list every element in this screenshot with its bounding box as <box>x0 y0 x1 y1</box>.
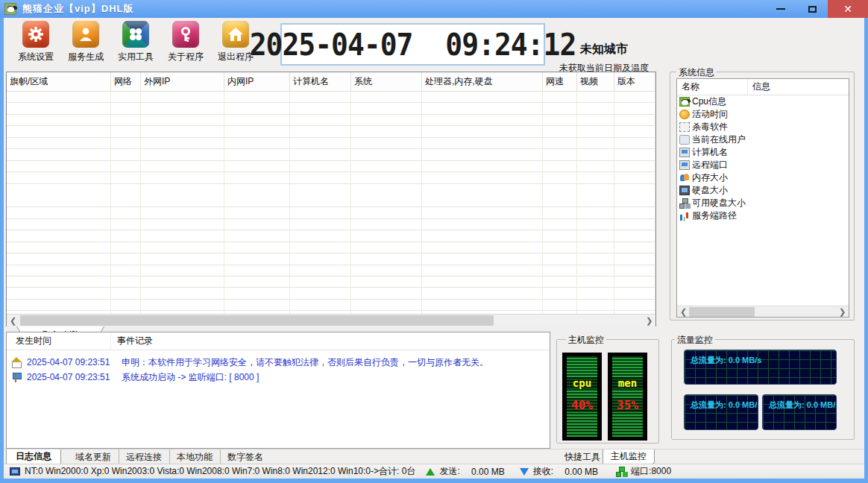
table-horizontal-scrollbar[interactable]: ❮ ❯ <box>7 314 655 326</box>
settings-button[interactable]: 系统设置 <box>13 21 59 67</box>
upload-arrow-icon <box>426 468 435 476</box>
mem-meter-value: 35% <box>609 398 646 412</box>
computer-icon <box>10 467 20 476</box>
scrollbar-thumb[interactable] <box>689 307 755 317</box>
col-wan-ip[interactable]: 外网IP <box>141 72 224 91</box>
window-title: 熊猫企业【vip】DHL版 <box>22 2 134 16</box>
tab-domain-update[interactable]: 域名更新 <box>68 449 119 464</box>
list-item-free-disk[interactable]: 可用硬盘大小 <box>677 197 849 209</box>
log-panel: 发生时间 事件记录 2025-04-07 09:23:51 申明：本软件用于学习… <box>6 332 550 449</box>
monitor-icon <box>679 186 690 195</box>
scrollbar-thumb[interactable] <box>20 315 494 326</box>
tab-quick-tools[interactable]: 快捷工具 <box>559 449 606 464</box>
utilities-button[interactable]: 实用工具 <box>113 21 159 67</box>
close-button[interactable]: ✕ <box>828 0 868 18</box>
col-cpu-mem-disk[interactable]: 处理器,内存,硬盘 <box>422 72 543 91</box>
computer-icon <box>679 160 690 170</box>
list-item-remote-port[interactable]: 远程端口 <box>677 159 849 171</box>
scroll-right-icon[interactable]: ❯ <box>643 315 655 326</box>
sent-value: 0.00 MB <box>460 467 505 477</box>
city-block: 未知城市 未获取当前日期及温度 <box>518 42 690 75</box>
status-bar: NT:0 Win2000:0 Xp:0 Win2003:0 Vista:0 Wi… <box>4 464 864 479</box>
sysinfo-horizontal-scrollbar[interactable]: ❮ ❯ <box>677 306 849 317</box>
smiley-icon <box>679 110 690 119</box>
port-network-icon <box>616 467 626 476</box>
log-entry[interactable]: 2025-04-07 09:23:51 申明：本软件用于学习网络安全，请不要触犯… <box>7 355 550 370</box>
tab-digital-signature[interactable]: 数字签名 <box>220 449 271 464</box>
mem-meter-bars: men 35% <box>612 356 643 437</box>
list-item-antivirus[interactable]: 杀毒软件 <box>677 121 849 133</box>
key-icon <box>172 21 199 48</box>
box-icon <box>679 135 690 145</box>
minimize-button[interactable] <box>765 0 796 18</box>
user-icon <box>72 21 99 48</box>
col-time[interactable]: 发生时间 <box>7 332 111 350</box>
tab-remote-connect[interactable]: 远程连接 <box>119 449 170 464</box>
mem-meter-label: men <box>612 377 643 389</box>
col-lan-ip[interactable]: 内网IP <box>224 72 290 91</box>
host-monitor-title: 主机监控 <box>566 334 606 347</box>
users-icon <box>679 173 690 183</box>
traffic-panel-total: 总流量为: 0.0 MB/s <box>684 350 837 385</box>
mem-meter: men 35% <box>608 353 647 441</box>
table-grid <box>7 92 655 314</box>
list-item-computer-name[interactable]: 计算机名 <box>677 146 849 159</box>
col-os[interactable]: 系统 <box>351 72 422 91</box>
col-video[interactable]: 视频 <box>577 72 614 91</box>
os-counts: NT:0 Win2000:0 Xp:0 Win2003:0 Vista:0 Wi… <box>25 465 415 478</box>
computer-icon <box>679 148 690 157</box>
traffic-panel-download: 总流量为: 0.0 MB/s <box>762 394 837 430</box>
sent-label: 发送: <box>439 465 459 478</box>
utilities-label: 实用工具 <box>113 51 159 63</box>
system-info-title: 系统信息 <box>676 66 717 79</box>
system-info-groupbox: 系统信息 名称 信息 Cpu信息 活动时间 杀毒软件 <box>670 72 855 321</box>
log-header: 发生时间 事件记录 <box>7 332 550 350</box>
list-item-memory[interactable]: 内存大小 <box>677 171 849 184</box>
col-computer-name[interactable]: 计算机名 <box>290 72 351 91</box>
cpu-meter-label: cpu <box>567 377 597 389</box>
service-generate-button[interactable]: 服务生成 <box>63 21 109 67</box>
traffic-monitor-groupbox: 流量监控 总流量为: 0.0 MB/s 总流量为: 0.0 MB/s 总流量为:… <box>671 339 855 440</box>
scroll-left-icon[interactable]: ❮ <box>677 306 690 317</box>
col-netspeed[interactable]: 网速 <box>543 72 577 91</box>
col-info[interactable]: 信息 <box>748 80 770 93</box>
list-item-server-path[interactable]: 服务端路径 <box>677 209 849 222</box>
system-info-header: 名称 信息 <box>677 79 849 95</box>
tab-host-monitor[interactable]: 主机监控 <box>603 449 655 464</box>
log-message: 申明：本软件用于学习网络安全，请不要触犯法律，否则后果自行负责，一切与原作者无关… <box>115 356 488 369</box>
col-flag-region[interactable]: 旗帜/区域 <box>7 72 111 91</box>
about-label: 关于程序 <box>163 51 209 63</box>
scroll-right-icon[interactable]: ❯ <box>836 306 849 317</box>
host-monitor-groupbox: 主机监控 cpu 40% men 35% <box>556 339 659 443</box>
title-bar: 熊猫企业【vip】DHL版 ✕ <box>0 0 868 18</box>
home-icon <box>11 357 22 367</box>
list-item-online-user[interactable]: 当前在线用户 <box>677 133 849 146</box>
list-item-uptime[interactable]: 活动时间 <box>677 108 849 121</box>
flag-icon <box>11 372 22 382</box>
col-network[interactable]: 网络 <box>111 72 141 91</box>
gear-icon <box>22 21 49 48</box>
about-button[interactable]: 关于程序 <box>163 21 209 67</box>
col-event[interactable]: 事件记录 <box>111 335 153 347</box>
port-value: 端口:8000 <box>631 465 671 478</box>
tab-log-info[interactable]: 日志信息 <box>6 449 61 464</box>
dashed-box-icon <box>679 122 690 132</box>
log-entry[interactable]: 2025-04-07 09:23:51 系统成功启动 -> 监听端口: [ 80… <box>7 370 550 385</box>
settings-label: 系统设置 <box>13 51 59 63</box>
col-name[interactable]: 名称 <box>677 79 748 95</box>
content-area: 系统设置 服务生成 实用工具 关于程序 退出程序 <box>4 18 864 479</box>
cpu-meter-value: 40% <box>564 398 600 412</box>
client-table-body[interactable] <box>7 92 655 314</box>
service-generate-label: 服务生成 <box>63 51 109 63</box>
list-item-cpu[interactable]: Cpu信息 <box>677 95 849 108</box>
app-window: 熊猫企业【vip】DHL版 ✕ 系统设置 服务生成 实用工具 <box>0 0 868 483</box>
traffic-monitor-title: 流量监控 <box>675 334 715 347</box>
traffic-panel-upload: 总流量为: 0.0 MB/s <box>684 394 758 430</box>
maximize-button[interactable] <box>796 0 828 18</box>
cpu-meter-bars: cpu 40% <box>567 356 597 437</box>
tab-local-function[interactable]: 本地功能 <box>169 449 221 464</box>
list-item-disk[interactable]: 硬盘大小 <box>677 184 849 197</box>
system-info-list[interactable]: 名称 信息 Cpu信息 活动时间 杀毒软件 当前在线用户 <box>676 78 849 318</box>
scroll-left-icon[interactable]: ❮ <box>7 315 19 326</box>
col-version[interactable]: 版本 <box>614 72 655 91</box>
